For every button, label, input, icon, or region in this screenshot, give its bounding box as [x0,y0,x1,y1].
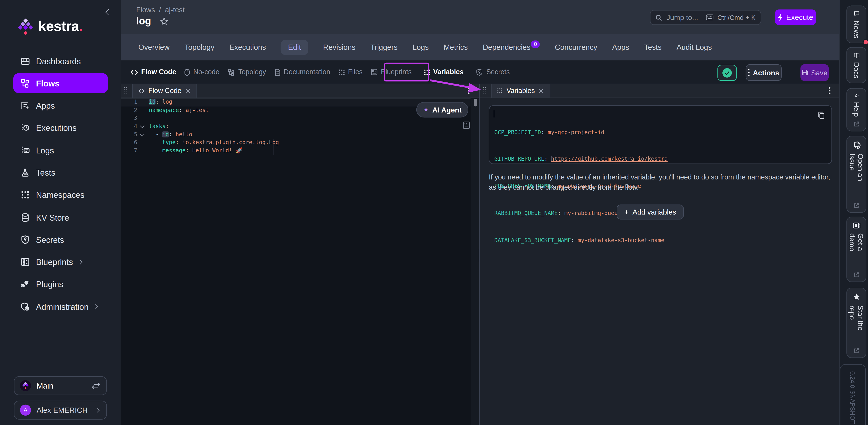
toolbar-item-secrets[interactable]: Secrets [476,68,510,76]
close-icon[interactable] [185,88,191,93]
editor-panel-tabbar: Flow Code [121,84,479,98]
flows-icon [20,78,30,88]
tab-triggers[interactable]: Triggers [370,43,398,52]
tab-concurrency[interactable]: Concurrency [555,43,597,52]
toolbar-item-no-code[interactable]: No-code [184,68,219,76]
editor-minimap[interactable] [471,98,479,425]
editor-panel-tab-flow-code[interactable]: Flow Code [132,84,197,97]
tenant-selector[interactable]: Main [14,376,107,395]
rail-label: Docs [852,62,861,79]
fold-chevron-icon[interactable] [140,123,145,128]
version-label: 0.24.0-SNAPSHOT [849,371,856,424]
variables-panel-menu-icon[interactable] [829,87,830,94]
sidebar-item-tests[interactable]: Tests [13,163,108,182]
rail-news-button[interactable]: News [846,5,866,43]
jump-to-search[interactable]: Jump to... Ctrl/Cmd + K [650,10,761,25]
sidebar-item-executions[interactable]: Executions [13,118,108,138]
sidebar-item-blueprints[interactable]: Blueprints [13,252,108,272]
tab-revisions[interactable]: Revisions [323,43,355,52]
sidebar-collapse-button[interactable] [106,6,114,14]
tab-logs[interactable]: Logs [412,43,429,52]
code-editor[interactable]: 1 id: log 2 namespace: aj-test 3 4 tasks… [121,98,479,425]
actions-button[interactable]: Actions [746,64,782,81]
tenant-label: Main [37,381,53,390]
grid-dots-icon [497,88,502,93]
search-placeholder: Jump to... [666,13,698,22]
yaml-key: id [162,131,169,137]
tab-executions[interactable]: Executions [229,43,266,52]
switch-tenant-icon [92,382,100,389]
sidebar-item-apps[interactable]: Apps [13,96,108,116]
toolbar-item-blueprints[interactable]: Blueprints [371,68,412,76]
logs-icon [20,145,30,155]
toolbar-item-files[interactable]: Files [339,68,363,76]
save-button[interactable]: Save [800,64,829,81]
sidebar-item-administration[interactable]: Administration [13,297,108,317]
toolbar-item-documentation[interactable]: Documentation [274,68,330,76]
toolbar-item-variables[interactable]: Variables [424,68,464,76]
rail-label: Open an Issue [848,154,865,198]
editor-panel-menu-icon[interactable] [468,87,469,94]
sparkle-icon: ✦ [423,106,429,113]
grid-dots-icon [424,69,430,75]
variables-panel-tabbar: Variables [480,84,839,98]
sidebar-item-flows[interactable]: Flows [13,73,108,93]
mouse-icon [184,68,190,76]
rail-star-repo-button[interactable]: Star the repo [846,288,866,358]
fold-chevron-icon[interactable] [140,132,145,137]
drag-handle-icon[interactable] [483,87,487,95]
tab-topology[interactable]: Topology [184,43,214,52]
breadcrumb: Flows / aj-test [136,5,184,14]
sidebar-item-dashboards[interactable]: Dashboards [13,51,108,71]
rail-help-button[interactable]: Help [846,88,866,131]
variables-panel: GCP_PROJECT_ID: my-gcp-project-id GITHUB… [480,98,839,425]
close-icon[interactable] [539,88,544,93]
lightning-icon [778,13,783,21]
sidebar-item-kv-store[interactable]: KV Store [13,207,108,227]
topology-icon [228,68,235,76]
sidebar-item-secrets[interactable]: Secrets [13,230,108,250]
tab-edit[interactable]: Edit [281,40,308,55]
favorite-star-icon[interactable] [160,17,168,26]
tab-audit-logs[interactable]: Audit Logs [677,43,712,52]
sidebar-item-namespaces[interactable]: Namespaces [13,185,108,205]
tab-overview[interactable]: Overview [138,43,169,52]
tab-tests[interactable]: Tests [644,43,662,52]
drag-handle-icon[interactable] [124,87,129,95]
sidebar-item-plugins[interactable]: Plugins [13,274,108,294]
variable-value-link[interactable]: https://github.com/kestra-io/kestra [551,156,668,162]
toolbar-item-flow-code[interactable]: Flow Code [131,68,176,76]
editor-scrollbar[interactable] [474,99,477,106]
tab-dependencies[interactable]: Dependencies0 [483,43,540,52]
rail-label: Help [852,102,861,117]
keyboard-shortcuts-icon[interactable] [463,121,470,129]
variable-key: DATALAKE_S3_BUCKET_NAME [494,237,571,244]
user-name: Alex EMERICH [37,406,88,414]
variables-code-box[interactable]: GCP_PROJECT_ID: my-gcp-project-id GITHUB… [489,105,832,164]
breadcrumb-flows[interactable]: Flows [136,5,155,14]
execute-button[interactable]: Execute [775,9,816,25]
add-variables-button[interactable]: + Add variables [617,205,684,220]
validation-status-button[interactable] [717,65,737,81]
toolbar-item-topology[interactable]: Topology [228,68,266,76]
copy-icon[interactable] [817,111,825,119]
kestra-logo-icon [18,18,33,35]
sidebar-item-label: Secrets [36,235,64,245]
plus-icon: + [624,208,629,216]
breadcrumb-namespace[interactable]: aj-test [165,5,185,14]
tab-metrics[interactable]: Metrics [444,43,468,52]
user-menu[interactable]: A Alex EMERICH [14,401,107,420]
flow-tabs: Overview Topology Executions Edit Revisi… [121,34,839,60]
variables-panel-tab[interactable]: Variables [491,84,550,97]
panel-tab-label: Variables [506,87,535,94]
rail-docs-button[interactable]: Docs [846,47,866,83]
toolbar-item-label: Variables [433,68,464,76]
chevron-right-icon [78,260,83,264]
rail-get-demo-button[interactable]: Get a demo [846,217,866,282]
tab-apps[interactable]: Apps [612,43,629,52]
namespaces-icon [20,190,30,200]
yaml-value: Hello World! 🚀 [192,147,243,153]
ai-agent-button[interactable]: ✦ AI Agent [416,102,468,118]
rail-open-issue-button[interactable]: Open an Issue [846,136,866,213]
sidebar-item-logs[interactable]: Logs [13,140,108,160]
